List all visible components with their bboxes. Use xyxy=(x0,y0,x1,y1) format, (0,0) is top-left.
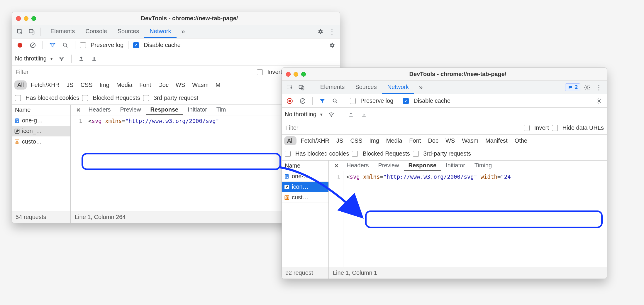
type-pill-js[interactable]: JS xyxy=(64,80,76,90)
record-icon[interactable] xyxy=(285,96,295,106)
disable-cache-checkbox[interactable] xyxy=(403,98,409,104)
type-pill-doc[interactable]: Doc xyxy=(425,136,441,145)
detail-tab-initiator[interactable]: Initiator xyxy=(183,105,212,115)
device-toolbar-icon[interactable] xyxy=(296,82,306,92)
request-row[interactable]: icon… xyxy=(282,182,328,192)
download-har-icon[interactable] xyxy=(359,109,369,119)
type-pill-ws[interactable]: WS xyxy=(443,136,458,145)
request-row[interactable]: one-… xyxy=(282,171,328,182)
clear-icon[interactable] xyxy=(298,96,308,106)
request-row[interactable]: {} cust… xyxy=(282,192,328,203)
name-column-header[interactable]: Name xyxy=(282,161,328,171)
detail-tab-timing[interactable]: Timing xyxy=(470,161,496,171)
detail-tab-headers[interactable]: Headers xyxy=(84,105,116,115)
tab-network[interactable]: Network xyxy=(144,25,176,38)
chevron-down-icon[interactable]: ▼ xyxy=(319,112,323,117)
preserve-log-checkbox[interactable] xyxy=(80,42,86,48)
maximize-icon[interactable] xyxy=(31,16,36,21)
response-code-line[interactable]: <svg xmlns="http://www.w3.org/2000/svg" … xyxy=(343,171,512,267)
chevron-down-icon[interactable]: ▼ xyxy=(50,56,54,61)
device-toolbar-icon[interactable] xyxy=(27,27,37,37)
third-party-checkbox[interactable] xyxy=(413,151,419,157)
type-pill-img[interactable]: Img xyxy=(367,136,382,145)
type-pill-wasm[interactable]: Wasm xyxy=(459,136,481,145)
type-pill-all[interactable]: All xyxy=(284,136,296,145)
type-pill-font[interactable]: Font xyxy=(136,80,154,90)
detail-tab-preview[interactable]: Preview xyxy=(373,161,404,171)
filter-icon[interactable] xyxy=(48,40,57,50)
close-panel-icon[interactable]: × xyxy=(73,106,84,114)
search-icon[interactable] xyxy=(330,96,340,106)
type-pill-js[interactable]: JS xyxy=(333,136,346,145)
hide-data-urls-checkbox[interactable] xyxy=(552,125,558,131)
type-pill-font[interactable]: Font xyxy=(406,136,424,145)
issues-badge[interactable]: 2 xyxy=(565,83,580,91)
network-conditions-icon[interactable] xyxy=(57,54,67,64)
invert-checkbox[interactable] xyxy=(257,69,263,75)
more-tabs-icon[interactable]: » xyxy=(416,82,426,92)
minimize-icon[interactable] xyxy=(294,72,298,77)
detail-tab-initiator[interactable]: Initiator xyxy=(441,161,470,171)
tab-console[interactable]: Console xyxy=(80,25,112,38)
third-party-checkbox[interactable] xyxy=(143,95,149,101)
kebab-menu-icon[interactable]: ⋮ xyxy=(594,82,604,92)
clear-icon[interactable] xyxy=(28,40,38,50)
filter-icon[interactable] xyxy=(317,96,327,106)
filter-input[interactable] xyxy=(285,123,355,132)
detail-tab-headers[interactable]: Headers xyxy=(342,161,374,171)
detail-tab-preview[interactable]: Preview xyxy=(115,105,145,115)
close-icon[interactable] xyxy=(16,16,21,21)
tab-sources[interactable]: Sources xyxy=(112,25,144,38)
blocked-requests-checkbox[interactable] xyxy=(82,95,88,101)
request-row[interactable]: one-g… xyxy=(12,115,70,126)
tab-elements[interactable]: Elements xyxy=(315,81,350,94)
tab-network[interactable]: Network xyxy=(382,81,414,94)
type-pill-doc[interactable]: Doc xyxy=(155,80,172,90)
detail-tab-response[interactable]: Response xyxy=(404,161,441,171)
throttling-select[interactable]: No throttling xyxy=(285,111,316,118)
type-pill-truncated[interactable]: M xyxy=(213,80,223,90)
search-icon[interactable] xyxy=(60,40,70,50)
blocked-requests-checkbox[interactable] xyxy=(352,151,358,157)
filter-input[interactable] xyxy=(15,68,85,77)
type-pill-fetchxhr[interactable]: Fetch/XHR xyxy=(28,80,62,90)
type-pill-media[interactable]: Media xyxy=(113,80,135,90)
throttling-select[interactable]: No throttling xyxy=(15,55,47,62)
type-pill-css[interactable]: CSS xyxy=(347,136,365,145)
record-icon[interactable] xyxy=(15,40,25,50)
response-code-line[interactable]: <svg xmlns="http://www.w3.org/2000/svg" xyxy=(85,115,220,211)
request-row[interactable]: {} custo… xyxy=(12,137,70,147)
type-pill-wasm[interactable]: Wasm xyxy=(189,80,211,90)
network-settings-gear-icon[interactable] xyxy=(594,96,604,106)
name-column-header[interactable]: Name xyxy=(12,105,70,115)
invert-checkbox[interactable] xyxy=(524,125,530,131)
type-pill-manifest[interactable]: Manifest xyxy=(482,136,511,145)
inspect-element-icon[interactable] xyxy=(15,27,25,37)
disable-cache-checkbox[interactable] xyxy=(133,42,139,48)
preserve-log-checkbox[interactable] xyxy=(350,98,356,104)
inspect-element-icon[interactable] xyxy=(285,82,295,92)
upload-har-icon[interactable] xyxy=(346,109,356,119)
request-row[interactable]: icon_… xyxy=(12,126,70,137)
minimize-icon[interactable] xyxy=(24,16,28,21)
kebab-menu-icon[interactable]: ⋮ xyxy=(327,27,337,37)
type-pill-other[interactable]: Othe xyxy=(512,136,530,145)
upload-har-icon[interactable] xyxy=(76,54,86,64)
tab-sources[interactable]: Sources xyxy=(350,81,382,94)
tab-elements[interactable]: Elements xyxy=(45,25,80,38)
settings-gear-icon[interactable] xyxy=(582,82,592,92)
close-icon[interactable] xyxy=(286,72,291,77)
blocked-cookies-checkbox[interactable] xyxy=(15,95,21,101)
detail-tab-response[interactable]: Response xyxy=(146,105,183,115)
type-pill-css[interactable]: CSS xyxy=(77,80,95,90)
download-har-icon[interactable] xyxy=(89,54,99,64)
network-settings-gear-icon[interactable] xyxy=(327,40,337,50)
detail-tab-timing[interactable]: Tim xyxy=(212,105,231,115)
type-pill-ws[interactable]: WS xyxy=(173,80,188,90)
maximize-icon[interactable] xyxy=(301,72,306,77)
more-tabs-icon[interactable]: » xyxy=(178,27,188,37)
type-pill-img[interactable]: Img xyxy=(97,80,112,90)
type-pill-all[interactable]: All xyxy=(14,80,27,90)
response-editor[interactable]: 1 <svg xmlns="http://www.w3.org/2000/svg… xyxy=(329,171,607,267)
blocked-cookies-checkbox[interactable] xyxy=(285,151,291,157)
